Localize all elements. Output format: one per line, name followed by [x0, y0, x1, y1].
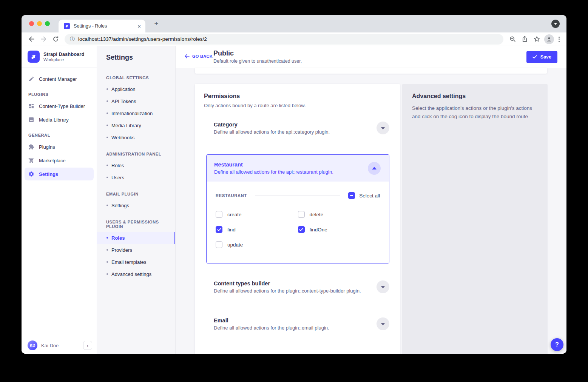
- bookmark-button[interactable]: [531, 34, 542, 45]
- permissions-title: Permissions: [204, 93, 391, 100]
- browser-menu-button[interactable]: [556, 37, 563, 42]
- user-menu[interactable]: KD Kai Doe ‹: [22, 337, 97, 354]
- settings-nav-item-application[interactable]: Application: [97, 83, 175, 95]
- close-window-button[interactable]: [29, 21, 34, 26]
- new-tab-button[interactable]: +: [152, 19, 161, 28]
- accordion-email[interactable]: Email Define all allowed actions for the…: [206, 313, 389, 334]
- tab-close-icon[interactable]: ×: [137, 23, 141, 29]
- settings-nav-item-providers[interactable]: Providers: [97, 244, 175, 256]
- workspace-switcher[interactable]: Strapi Dashboard Workplace: [22, 46, 97, 68]
- bullet-icon: [106, 205, 108, 206]
- subnav-group-users-permissions: USERS & PERMISSIONS PLUGIN: [97, 211, 175, 232]
- puzzle-icon: [28, 144, 34, 150]
- browser-tab[interactable]: Settings - Roles ×: [59, 20, 145, 32]
- help-button[interactable]: ?: [551, 338, 563, 351]
- main-sidebar: Strapi Dashboard Workplace Content Manag…: [22, 46, 97, 354]
- bullet-icon: [106, 88, 108, 90]
- expand-email-button[interactable]: [377, 317, 389, 330]
- accordion-restaurant: Restaurant Define all allowed actions fo…: [206, 154, 389, 263]
- settings-nav-item-admin-users[interactable]: Users: [97, 171, 175, 183]
- collapse-sidebar-button[interactable]: ‹: [83, 341, 92, 350]
- site-info-icon[interactable]: ⓘ: [70, 36, 75, 43]
- sidebar-item-plugins[interactable]: Plugins: [25, 140, 94, 153]
- chevron-up-icon: [372, 167, 377, 169]
- back-arrow-icon: [185, 54, 190, 59]
- checkbox-create[interactable]: [216, 211, 222, 218]
- settings-nav-item-advanced-settings[interactable]: Advanced settings: [97, 268, 175, 280]
- check-icon: [217, 228, 221, 231]
- settings-nav-item-media-library[interactable]: Media Library: [97, 119, 175, 131]
- media-icon: [28, 117, 34, 123]
- page-header: GO BACK Public Default role given to una…: [176, 46, 566, 68]
- check-icon: [532, 55, 537, 59]
- collapse-restaurant-button[interactable]: [368, 162, 381, 175]
- browser-profile-button[interactable]: [544, 34, 554, 44]
- settings-nav-item-internationalization[interactable]: Internationalization: [97, 107, 175, 119]
- restaurant-section-label: RESTAURANT: [216, 193, 247, 198]
- bullet-icon: [106, 237, 108, 239]
- address-bar[interactable]: ⓘ localhost:1337/admin/settings/users-pe…: [65, 34, 503, 45]
- edit-icon: [28, 76, 34, 82]
- bullet-icon: [106, 137, 108, 138]
- permission-row-delete: delete: [298, 211, 380, 218]
- sidebar-section-general: GENERAL: [22, 127, 97, 140]
- back-button[interactable]: [26, 34, 37, 45]
- bullet-icon: [106, 261, 108, 263]
- question-icon: ?: [555, 341, 559, 348]
- browser-toolbar: ⓘ localhost:1337/admin/settings/users-pe…: [22, 32, 566, 46]
- reload-button[interactable]: [50, 34, 61, 45]
- chevron-down-icon: [554, 23, 557, 25]
- zoom-out-button[interactable]: [507, 34, 518, 45]
- indeterminate-icon: [350, 195, 353, 196]
- settings-nav-item-email-settings[interactable]: Settings: [97, 199, 175, 211]
- settings-nav-item-up-roles[interactable]: Roles: [97, 232, 175, 244]
- chevron-down-icon: [381, 127, 385, 129]
- save-button[interactable]: Save: [526, 51, 557, 63]
- minimize-window-button[interactable]: [37, 21, 42, 26]
- expand-category-button[interactable]: [377, 122, 389, 134]
- settings-nav-item-webhooks[interactable]: Webhooks: [97, 131, 175, 143]
- permissions-subtitle: Only actions bound by a route are listed…: [204, 103, 391, 108]
- sidebar-item-content-manager[interactable]: Content Manager: [25, 72, 94, 85]
- expand-content-types-builder-button[interactable]: [377, 280, 389, 293]
- checkbox-update[interactable]: [216, 241, 222, 248]
- layout-icon: [28, 103, 34, 109]
- sidebar-item-settings[interactable]: Settings: [25, 168, 94, 180]
- page-title: Public: [213, 49, 302, 57]
- sidebar-item-content-type-builder[interactable]: Content-Type Builder: [25, 100, 94, 112]
- tab-search-button[interactable]: [551, 20, 560, 28]
- bullet-icon: [106, 165, 108, 166]
- settings-nav-item-email-templates[interactable]: Email templates: [97, 256, 175, 268]
- advanced-settings-title: Advanced settings: [412, 93, 538, 100]
- settings-nav-item-admin-roles[interactable]: Roles: [97, 159, 175, 171]
- bullet-icon: [106, 125, 108, 126]
- browser-window: Settings - Roles × + ⓘ localhost:1337/ad…: [22, 15, 566, 354]
- subnav-title: Settings: [97, 46, 175, 62]
- settings-nav-item-api-tokens[interactable]: API Tokens: [97, 95, 175, 107]
- permissions-panel: Permissions Only actions bound by a rout…: [195, 84, 400, 354]
- strapi-favicon-icon: [64, 23, 70, 29]
- sidebar-item-media-library[interactable]: Media Library: [25, 113, 94, 126]
- forward-button[interactable]: [38, 34, 49, 45]
- checkbox-delete[interactable]: [298, 211, 305, 218]
- accordion-content-types-builder[interactable]: Content types builder Define all allowed…: [206, 276, 389, 297]
- chevron-left-icon: ‹: [87, 343, 88, 348]
- reload-icon: [52, 36, 59, 42]
- accordion-restaurant-header[interactable]: Restaurant Define all allowed actions fo…: [207, 155, 389, 182]
- select-all-checkbox[interactable]: [348, 192, 355, 199]
- go-back-link[interactable]: GO BACK: [185, 54, 213, 59]
- zoom-window-button[interactable]: [45, 21, 50, 26]
- advanced-settings-panel: Advanced settings Select the application…: [402, 84, 548, 354]
- accordion-i18n[interactable]: i18n: [206, 350, 389, 354]
- settings-subnav: Settings GLOBAL SETTINGS Application API…: [97, 46, 176, 354]
- bullet-icon: [106, 273, 108, 275]
- checkbox-find[interactable]: [216, 226, 222, 233]
- accordion-category[interactable]: Category Define all allowed actions for …: [206, 117, 389, 139]
- sidebar-item-marketplace[interactable]: Marketplace: [25, 154, 94, 167]
- checkbox-findone[interactable]: [298, 226, 305, 233]
- share-button[interactable]: [519, 34, 530, 45]
- page-subtitle: Default role given to unauthenticated us…: [213, 59, 302, 64]
- permission-row-update: update: [216, 241, 298, 248]
- tab-title: Settings - Roles: [74, 23, 137, 29]
- workspace-name: Workplace: [43, 57, 84, 62]
